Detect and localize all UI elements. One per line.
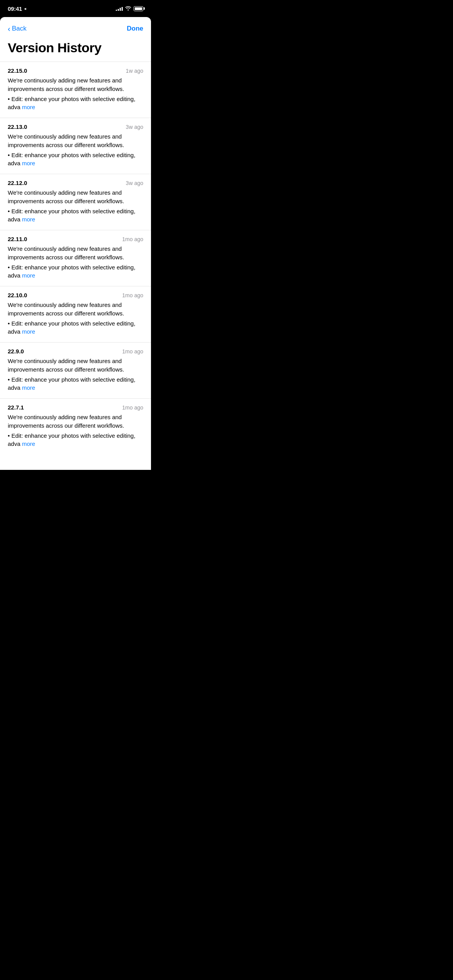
version-item: 22.7.1 1mo ago We're continuously adding… [0, 398, 151, 454]
version-header: 22.7.1 1mo ago [8, 404, 143, 411]
version-header: 22.12.0 3w ago [8, 180, 143, 186]
back-label: Back [12, 25, 27, 33]
version-detail: • Edit: enhance your photos with selecti… [8, 95, 143, 112]
more-link[interactable]: more [22, 104, 35, 110]
version-number: 22.11.0 [8, 236, 27, 242]
version-number: 22.7.1 [8, 404, 24, 411]
version-detail: • Edit: enhance your photos with selecti… [8, 263, 143, 280]
battery-icon [134, 6, 143, 11]
version-description: We're continuously adding new features a… [8, 188, 143, 206]
version-time: 3w ago [126, 124, 143, 130]
version-number: 22.9.0 [8, 348, 24, 355]
version-list: 22.15.0 1w ago We're continuously adding… [0, 62, 151, 454]
version-item: 22.11.0 1mo ago We're continuously addin… [0, 230, 151, 286]
version-item: 22.13.0 3w ago We're continuously adding… [0, 118, 151, 174]
version-description: We're continuously adding new features a… [8, 413, 143, 430]
nav-bar: ‹ Back Done [0, 17, 151, 37]
version-time: 1mo ago [122, 404, 143, 411]
version-number: 22.13.0 [8, 123, 27, 130]
main-content: ‹ Back Done Version History 22.15.0 1w a… [0, 17, 151, 470]
version-header: 22.11.0 1mo ago [8, 236, 143, 242]
version-header: 22.10.0 1mo ago [8, 292, 143, 298]
version-description: We're continuously adding new features a… [8, 245, 143, 262]
version-description: We're continuously adding new features a… [8, 76, 143, 93]
status-time: 09:41 [8, 5, 22, 12]
location-icon: ◂ [24, 6, 26, 11]
done-button[interactable]: Done [127, 25, 144, 33]
version-header: 22.9.0 1mo ago [8, 348, 143, 355]
version-number: 22.15.0 [8, 67, 27, 74]
status-icons [116, 5, 143, 12]
version-time: 1mo ago [122, 236, 143, 242]
page-title: Version History [0, 37, 151, 62]
version-item: 22.15.0 1w ago We're continuously adding… [0, 62, 151, 118]
version-item: 22.10.0 1mo ago We're continuously addin… [0, 286, 151, 342]
version-header: 22.13.0 3w ago [8, 123, 143, 130]
version-item: 22.9.0 1mo ago We're continuously adding… [0, 342, 151, 398]
version-detail: • Edit: enhance your photos with selecti… [8, 375, 143, 392]
wifi-icon [125, 5, 131, 12]
chevron-left-icon: ‹ [8, 25, 10, 33]
version-item: 22.12.0 3w ago We're continuously adding… [0, 174, 151, 230]
version-number: 22.12.0 [8, 180, 27, 186]
version-time: 1mo ago [122, 348, 143, 355]
version-number: 22.10.0 [8, 292, 27, 298]
more-link[interactable]: more [22, 272, 35, 279]
signal-bars-icon [116, 6, 123, 11]
more-link[interactable]: more [22, 440, 35, 447]
version-description: We're continuously adding new features a… [8, 132, 143, 149]
more-link[interactable]: more [22, 328, 35, 335]
version-description: We're continuously adding new features a… [8, 301, 143, 318]
status-bar: 09:41 ◂ [0, 0, 151, 17]
version-time: 1mo ago [122, 292, 143, 298]
version-detail: • Edit: enhance your photos with selecti… [8, 319, 143, 336]
version-time: 3w ago [126, 180, 143, 186]
version-detail: • Edit: enhance your photos with selecti… [8, 207, 143, 224]
more-link[interactable]: more [22, 216, 35, 223]
version-detail: • Edit: enhance your photos with selecti… [8, 151, 143, 168]
version-header: 22.15.0 1w ago [8, 67, 143, 74]
back-button[interactable]: ‹ Back [8, 25, 26, 33]
version-description: We're continuously adding new features a… [8, 357, 143, 374]
more-link[interactable]: more [22, 160, 35, 166]
version-detail: • Edit: enhance your photos with selecti… [8, 432, 143, 449]
version-time: 1w ago [126, 68, 143, 74]
more-link[interactable]: more [22, 384, 35, 391]
